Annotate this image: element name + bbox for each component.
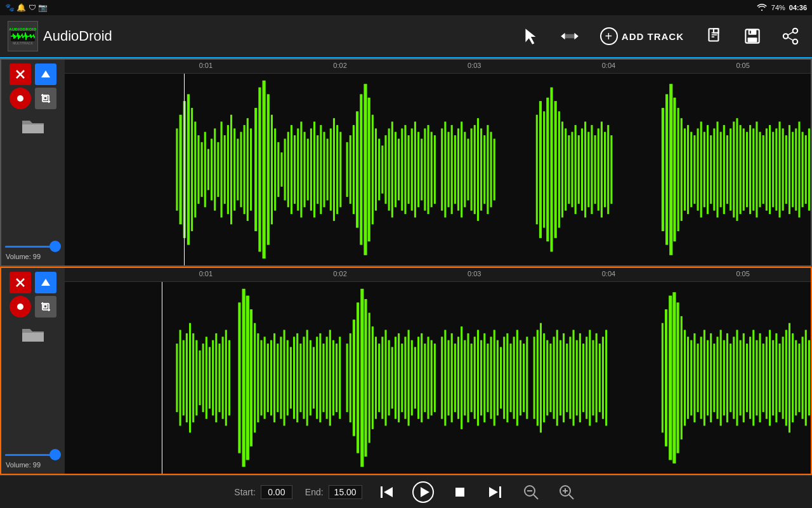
svg-rect-132	[554, 101, 557, 238]
time-marker-0-03-t2: 0:03	[468, 270, 481, 277]
svg-rect-41	[201, 142, 203, 197]
svg-rect-135	[565, 128, 566, 210]
track-1-volume-slider[interactable]	[5, 241, 61, 251]
svg-rect-95	[388, 128, 390, 210]
svg-rect-326	[576, 340, 578, 416]
svg-rect-67	[291, 125, 292, 214]
svg-rect-279	[414, 347, 416, 408]
svg-rect-257	[336, 344, 337, 412]
svg-rect-96	[391, 122, 393, 218]
svg-rect-343	[687, 337, 689, 418]
svg-rect-238	[273, 333, 275, 422]
svg-rect-280	[417, 337, 419, 418]
svg-rect-109	[434, 135, 436, 204]
svg-rect-72	[307, 138, 309, 200]
svg-rect-62	[274, 128, 276, 210]
svg-rect-284	[431, 340, 433, 416]
svg-rect-371	[778, 344, 780, 412]
svg-rect-290	[454, 344, 456, 412]
add-track-button[interactable]: + ADD TRACK	[594, 23, 690, 49]
track-2-record-button[interactable]	[10, 296, 31, 318]
svg-rect-68	[294, 135, 296, 204]
svg-rect-177	[752, 128, 754, 210]
svg-rect-171	[733, 122, 735, 218]
svg-rect-203	[44, 305, 47, 308]
svg-rect-339	[672, 292, 676, 464]
zoom-out-button[interactable]	[520, 481, 542, 504]
svg-rect-221	[209, 347, 211, 408]
status-bar: 🐾 🔔 🛡 📷 74% 04:36	[0, 0, 812, 15]
track-2-folder-button[interactable]	[19, 323, 47, 347]
zoom-in-button[interactable]	[555, 481, 578, 504]
play-button[interactable]	[410, 479, 436, 505]
cursor-tool-button[interactable]	[518, 22, 546, 50]
new-file-button[interactable]	[700, 22, 728, 50]
svg-rect-319	[553, 337, 555, 418]
svg-rect-55	[247, 118, 249, 221]
svg-rect-82	[339, 132, 341, 208]
svg-rect-378	[802, 337, 804, 418]
svg-rect-9	[714, 29, 718, 32]
svg-rect-87	[360, 94, 362, 244]
svg-rect-136	[568, 135, 570, 204]
svg-rect-355	[726, 333, 728, 422]
svg-rect-300	[487, 344, 488, 412]
svg-rect-70	[300, 122, 302, 218]
svg-rect-293	[464, 340, 466, 416]
svg-rect-83	[346, 142, 348, 197]
track-2-crop-button[interactable]	[35, 296, 56, 318]
swap-tool-button[interactable]	[556, 22, 584, 50]
svg-rect-12	[750, 30, 751, 33]
svg-rect-254	[326, 337, 328, 418]
svg-rect-332	[596, 333, 598, 422]
svg-rect-334	[602, 337, 604, 418]
track-1-folder-button[interactable]	[19, 114, 47, 138]
start-value[interactable]: 0.00	[261, 485, 292, 499]
track-1-area[interactable]: ↑ ↔ 0:01 0:02 0:03 0:04 0:	[65, 60, 811, 265]
skip-to-end-button[interactable]	[484, 481, 507, 504]
svg-rect-40	[197, 135, 199, 204]
svg-rect-147	[604, 132, 606, 208]
track-2-area[interactable]: ↑ ↔ 0:01 0:02	[65, 268, 811, 474]
svg-rect-167	[720, 132, 722, 208]
svg-rect-107	[427, 125, 429, 214]
track-2-close-button[interactable]	[10, 272, 31, 293]
time-marker-0-02-t2: 0:02	[333, 270, 346, 277]
svg-rect-336	[662, 323, 664, 433]
battery-text: 74%	[771, 4, 785, 11]
svg-marker-21	[41, 70, 50, 77]
track-2-playhead	[162, 282, 162, 474]
track-2-waveform-svg	[65, 282, 811, 474]
track-1-close-button[interactable]	[10, 64, 31, 85]
share-button[interactable]	[776, 22, 804, 50]
svg-rect-255	[329, 330, 331, 426]
end-value[interactable]: 15.00	[329, 485, 362, 499]
svg-rect-144	[594, 135, 596, 204]
svg-rect-219	[202, 344, 204, 412]
svg-rect-182	[769, 125, 771, 214]
track-1-up-button[interactable]	[35, 64, 56, 85]
svg-rect-359	[740, 340, 742, 416]
track-2-up-button[interactable]	[35, 272, 56, 293]
track-1-record-button[interactable]	[10, 88, 31, 109]
save-button[interactable]	[738, 22, 766, 50]
svg-rect-130	[546, 98, 549, 242]
svg-rect-179	[759, 132, 761, 208]
svg-rect-215	[189, 323, 191, 433]
track-2-volume-slider[interactable]	[5, 450, 61, 460]
track-2-top-buttons	[10, 272, 56, 293]
svg-rect-275	[401, 344, 403, 412]
svg-rect-243	[290, 347, 292, 408]
track-2-mid-buttons	[10, 296, 56, 318]
svg-rect-138	[575, 125, 577, 214]
svg-marker-384	[421, 487, 429, 497]
stop-button[interactable]	[449, 481, 471, 504]
svg-rect-268	[378, 344, 380, 412]
svg-rect-134	[561, 122, 563, 218]
svg-rect-45	[214, 128, 216, 210]
svg-rect-159	[693, 135, 695, 204]
svg-rect-264	[364, 299, 367, 457]
track-1-crop-button[interactable]	[35, 88, 56, 109]
track-1-volume-label: Volume: 99	[4, 253, 41, 260]
skip-to-start-button[interactable]	[375, 481, 398, 504]
